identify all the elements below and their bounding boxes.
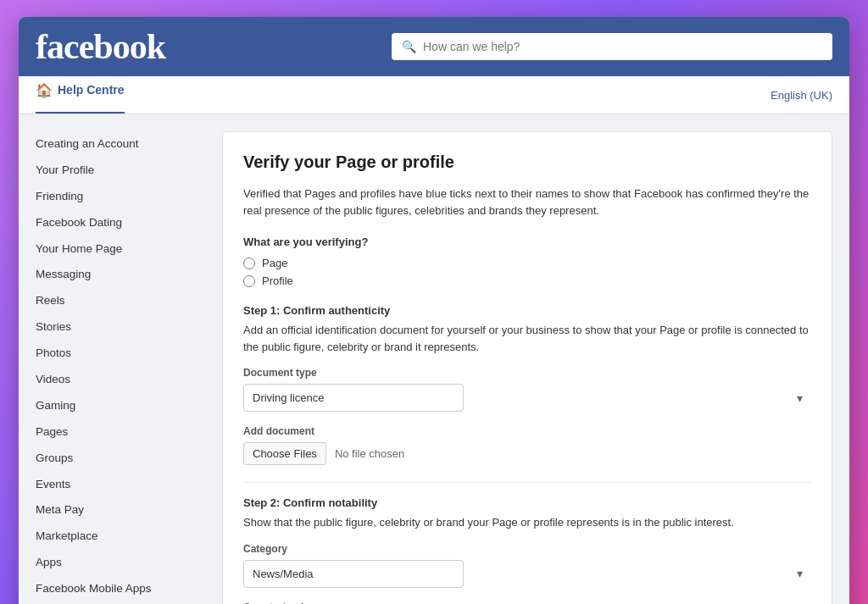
- list-item: Friending: [36, 184, 205, 210]
- list-item: Pages: [36, 419, 205, 446]
- search-bar: 🔍: [392, 33, 832, 60]
- choose-files-button[interactable]: Choose Files: [243, 442, 326, 465]
- facebook-logo: facebook: [36, 26, 165, 67]
- sidebar-item-reels[interactable]: Reels: [36, 294, 65, 307]
- sidebar-item-your-home-page[interactable]: Your Home Page: [36, 242, 122, 255]
- sidebar-item-gaming[interactable]: Gaming: [36, 399, 75, 412]
- sidebar-item-meta-pay[interactable]: Meta Pay: [36, 503, 84, 516]
- sidebar-item-pages[interactable]: Pages: [36, 425, 68, 438]
- radio-profile-label: Profile: [262, 274, 293, 287]
- category-select-wrapper: News/Media Sports Entertainment Music: [243, 560, 811, 588]
- sidebar-item-friending[interactable]: Friending: [36, 190, 83, 202]
- step2-title: Step 2: Confirm notability: [243, 496, 811, 509]
- list-item: Photos: [36, 341, 205, 367]
- help-centre-label: Help Centre: [58, 83, 125, 97]
- list-item: Your Home Page: [36, 236, 205, 263]
- app-window: facebook 🔍 🏠 Help Centre English (UK) Cr…: [19, 17, 849, 604]
- list-item: Events: [36, 472, 205, 498]
- page-description: Verified that Pages and profiles have bl…: [243, 186, 811, 219]
- list-item: Stories: [36, 314, 205, 341]
- list-item: Gaming: [36, 393, 205, 419]
- header: facebook 🔍: [19, 17, 849, 76]
- sidebar-item-creating-account[interactable]: Creating an Account: [36, 137, 139, 150]
- document-type-select[interactable]: Driving licence Passport National ID: [243, 384, 464, 412]
- sidebar-item-apps[interactable]: Apps: [36, 556, 62, 568]
- category-select[interactable]: News/Media Sports Entertainment Music: [243, 560, 464, 588]
- radio-option-profile[interactable]: Profile: [243, 274, 811, 287]
- country-region-label: Country/region: [243, 601, 811, 605]
- content-area: Verify your Page or profile Verified tha…: [222, 131, 832, 604]
- list-item: Facebook Mobile Apps: [36, 576, 205, 602]
- sub-header: 🏠 Help Centre English (UK): [19, 76, 849, 114]
- step1-title: Step 1: Confirm authenticity: [243, 304, 811, 317]
- sidebar-item-groups[interactable]: Groups: [36, 452, 73, 464]
- sidebar-item-events[interactable]: Events: [36, 478, 70, 490]
- sidebar-item-marketplace[interactable]: Marketplace: [36, 529, 98, 542]
- radio-option-page[interactable]: Page: [243, 257, 811, 269]
- page-title: Verify your Page or profile: [243, 152, 811, 172]
- help-centre-link[interactable]: 🏠 Help Centre: [36, 76, 125, 114]
- radio-page[interactable]: [243, 258, 255, 269]
- main-content: Creating an Account Your Profile Friendi…: [19, 114, 849, 604]
- language-link[interactable]: English (UK): [771, 89, 832, 102]
- sidebar-item-photos[interactable]: Photos: [36, 346, 71, 359]
- list-item: Groups: [36, 446, 205, 472]
- sidebar-item-videos[interactable]: Videos: [36, 373, 70, 385]
- document-type-select-wrapper: Driving licence Passport National ID: [243, 384, 811, 412]
- list-item: Meta Pay: [36, 497, 205, 524]
- what-verifying-label: What are you verifying?: [243, 236, 811, 248]
- verification-type-group: Page Profile: [243, 257, 811, 287]
- step1-desc: Add an official identification document …: [243, 322, 811, 355]
- category-label: Category: [243, 543, 811, 555]
- house-icon: 🏠: [36, 82, 53, 98]
- search-icon: 🔍: [402, 40, 416, 53]
- step2-desc: Show that the public figure, celebrity o…: [243, 514, 811, 531]
- list-item: Videos: [36, 367, 205, 393]
- list-item: Creating an Account: [36, 131, 205, 158]
- list-item: Reels: [36, 288, 205, 314]
- add-document-label: Add document: [243, 425, 811, 437]
- no-file-text: No file chosen: [335, 447, 404, 460]
- document-type-label: Document type: [243, 367, 811, 379]
- list-item: Apps: [36, 550, 205, 576]
- list-item: Marketplace: [36, 524, 205, 550]
- search-input[interactable]: [423, 40, 822, 53]
- radio-page-label: Page: [262, 257, 287, 269]
- section-divider: [243, 482, 811, 483]
- list-item: Your Profile: [36, 158, 205, 184]
- sidebar-item-facebook-dating[interactable]: Facebook Dating: [36, 216, 122, 229]
- radio-profile[interactable]: [243, 275, 255, 287]
- sidebar-item-facebook-mobile-apps[interactable]: Facebook Mobile Apps: [36, 582, 152, 595]
- sidebar-nav: Creating an Account Your Profile Friendi…: [36, 131, 205, 604]
- list-item: Messaging: [36, 262, 205, 288]
- sidebar-item-your-profile[interactable]: Your Profile: [36, 163, 94, 176]
- file-upload-row: Choose Files No file chosen: [243, 442, 811, 465]
- list-item: Facebook Dating: [36, 210, 205, 236]
- sidebar-item-messaging[interactable]: Messaging: [36, 268, 91, 280]
- sidebar-item-stories[interactable]: Stories: [36, 320, 71, 333]
- sidebar: Creating an Account Your Profile Friendi…: [36, 131, 205, 604]
